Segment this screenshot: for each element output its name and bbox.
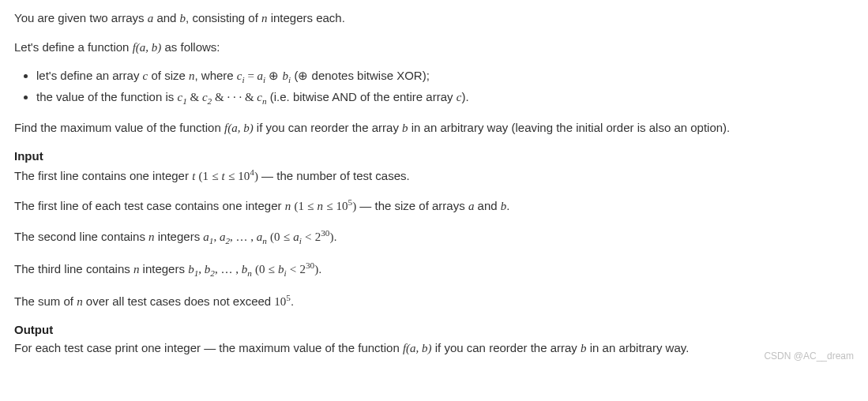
text: The third line contains	[14, 262, 133, 275]
b-list: b1, b2, … , bn	[188, 263, 252, 275]
lt: <	[305, 230, 311, 243]
input-line-1: The first line contains one integer t (1…	[14, 166, 854, 186]
xor-sym: ⊕	[298, 69, 308, 82]
bullet-2: the value of the function is c1 & c2 & ·…	[36, 88, 854, 108]
num-1: 1	[298, 200, 304, 212]
input-line-2: The first line of each test case contain…	[14, 196, 854, 215]
num-1: 1	[202, 170, 209, 182]
text: integers each.	[267, 11, 344, 24]
text: and	[474, 199, 500, 212]
input-line-5: The sum of n over all test cases does no…	[14, 291, 854, 311]
func-fab: f(a, b)	[403, 342, 432, 354]
var-t: t	[222, 170, 225, 182]
le: ≤	[307, 200, 314, 212]
text: .	[318, 262, 321, 275]
var-bi: bi	[278, 263, 287, 275]
var-n: n	[317, 200, 323, 212]
var-n: n	[77, 295, 83, 308]
num-10e5: 105	[336, 200, 353, 212]
text: — the number of test cases.	[258, 169, 410, 182]
num-2e30: 230	[315, 230, 330, 243]
text: and	[153, 11, 179, 24]
var-bi: bi	[283, 69, 291, 82]
eq: =	[245, 69, 257, 82]
func-fab: f(a, b)	[133, 41, 162, 54]
text: .	[333, 230, 336, 243]
var-n: n	[148, 230, 155, 243]
bullet-1: let's define an array c of size n, where…	[36, 67, 854, 87]
text: let's define an array	[36, 69, 143, 82]
text: integers	[155, 230, 204, 243]
text: The first line contains one integer	[14, 169, 192, 182]
le: ≤	[326, 200, 333, 212]
text: The sum of	[14, 294, 77, 308]
paragraph-intro-2: Let's define a function f(a, b) as follo…	[14, 39, 854, 57]
text: the value of the function is	[36, 90, 177, 103]
func-fab: f(a, b)	[224, 122, 254, 134]
text: , consisting of	[186, 11, 261, 24]
paragraph-intro-1: You are given two arrays a and b, consis…	[14, 9, 854, 28]
text: You are given two arrays	[14, 11, 148, 24]
lt: <	[290, 263, 296, 275]
text: if you can reorder the array	[432, 341, 581, 354]
le: ≤	[228, 170, 235, 182]
var-ci: ci	[237, 69, 245, 82]
var-ai: ai	[257, 69, 266, 82]
expr-and: c1 & c2 & · · · & cn	[177, 91, 266, 103]
text: The first line of each test case contain…	[14, 199, 285, 212]
text: , where	[194, 69, 236, 82]
xor-op: ⊕	[269, 69, 279, 82]
text: in an arbitrary way.	[587, 341, 690, 354]
definition-list: let's define an array c of size n, where…	[14, 67, 854, 108]
num-0: 0	[259, 263, 265, 275]
text: as follows:	[161, 40, 220, 54]
var-t: t	[192, 170, 195, 182]
var-b: b	[180, 12, 186, 24]
text: For each test case print one integer — t…	[14, 341, 403, 354]
text: Find the maximum value of the function	[14, 121, 224, 134]
var-b: b	[402, 122, 408, 134]
text: — the size of arrays	[356, 199, 468, 212]
text: over all test cases does not exceed	[83, 294, 275, 308]
num-10e4: 104	[238, 170, 254, 182]
le: ≤	[212, 170, 218, 182]
paragraph-task: Find the maximum value of the function f…	[14, 119, 854, 137]
text: The second line contains	[14, 230, 148, 243]
text: .	[291, 294, 294, 308]
output-line-1: For each test case print one integer — t…	[14, 339, 854, 358]
text: integers	[139, 262, 188, 275]
input-line-4: The third line contains n integers b1, b…	[14, 259, 854, 280]
a-list: a1, a2, … , an	[203, 230, 267, 243]
text: of size	[148, 69, 189, 82]
var-b: b	[581, 342, 587, 354]
input-line-3: The second line contains n integers a1, …	[14, 227, 854, 248]
num-2e30: 230	[299, 263, 314, 275]
le: ≤	[284, 230, 290, 243]
input-heading: Input	[14, 148, 854, 166]
le: ≤	[269, 263, 275, 275]
text: .	[506, 199, 509, 212]
var-n: n	[285, 200, 291, 212]
text: if you can reorder the array	[254, 121, 402, 134]
watermark-text: CSDN @AC__dream	[764, 349, 854, 363]
text: in an arbitrary way (leaving the initial…	[408, 121, 731, 134]
text: denotes bitwise XOR);	[308, 69, 429, 82]
var-ai: ai	[293, 230, 302, 243]
text: Let's define a function	[14, 40, 133, 54]
text: ).	[461, 90, 468, 103]
text: (i.e. bitwise AND of the entire array	[267, 90, 457, 103]
output-heading: Output	[14, 321, 854, 339]
num-0: 0	[274, 230, 280, 243]
num-10e5: 105	[274, 295, 291, 308]
